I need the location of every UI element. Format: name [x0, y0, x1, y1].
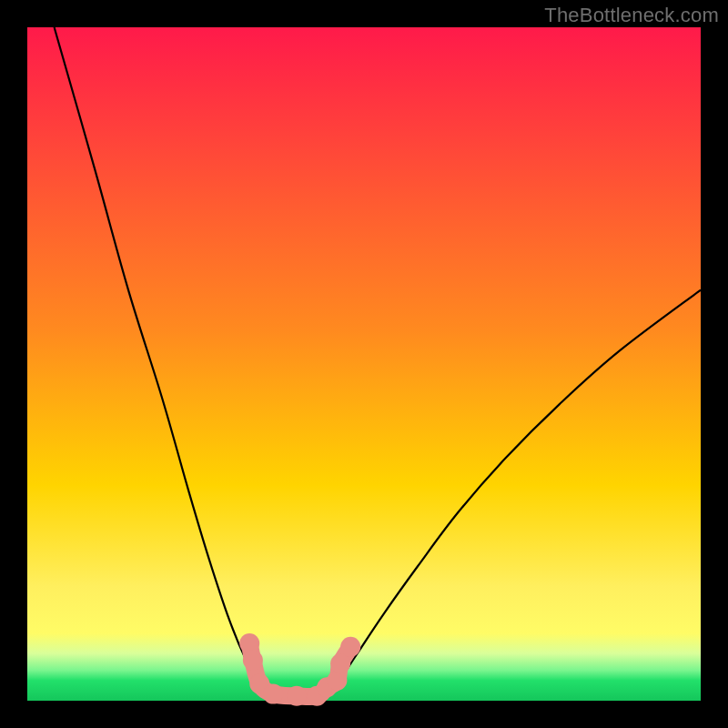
chart-svg [0, 0, 728, 728]
marker-dot [239, 633, 259, 653]
chart-stage: TheBottleneck.com [0, 0, 728, 728]
plot-background [27, 27, 701, 701]
marker-dot [330, 653, 350, 673]
marker-dot [327, 671, 347, 691]
marker-dot [340, 637, 360, 657]
marker-dot [263, 684, 283, 704]
watermark: TheBottleneck.com [544, 4, 719, 27]
marker-dot [243, 651, 263, 671]
marker-dot [287, 686, 307, 706]
